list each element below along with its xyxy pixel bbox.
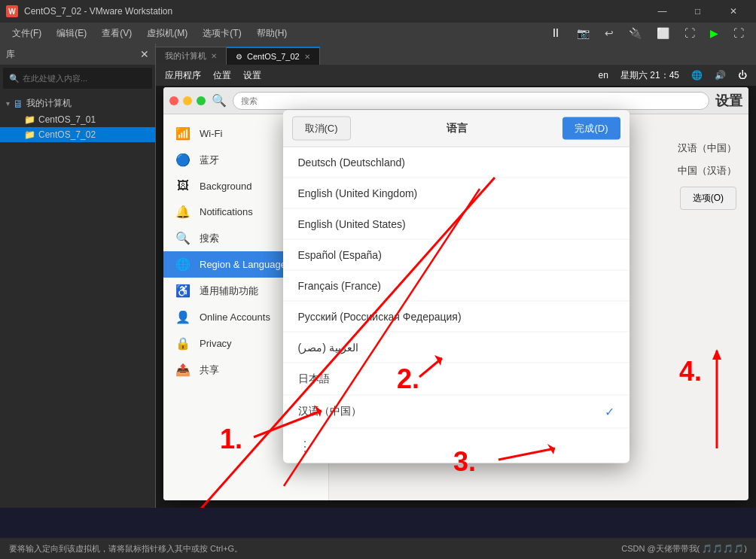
lang-option-en-uk[interactable]: English (United Kingdom) (283, 178, 629, 208)
vm2-icon: 📁 (24, 129, 35, 140)
vm-screen[interactable]: 应用程序 位置 设置 en 星期六 21：45 🌐 🔊 ⏻ (156, 65, 756, 508)
nav-bluetooth-label: 蓝牙 (200, 153, 219, 167)
library-header: 库 ✕ (0, 44, 155, 65)
app-icon: W (6, 5, 18, 17)
options-button[interactable]: 选项(O) (680, 187, 736, 210)
lang-option-japanese-label: 日本語 (298, 372, 330, 385)
gnome-settings-menu[interactable]: 设置 (243, 69, 261, 82)
settings-win-controls (169, 96, 206, 105)
gnome-places[interactable]: 位置 (213, 69, 231, 82)
settings-close-btn[interactable] (169, 96, 178, 105)
lang-selected-check: ✓ (605, 404, 614, 418)
sharing-icon: 📤 (175, 363, 191, 377)
notifications-icon: 🔔 (175, 205, 191, 219)
settings-min-btn[interactable] (183, 96, 192, 105)
tree-item-vm1-label: CentOS_7_01 (38, 114, 96, 125)
titlebar: W CentOS_7_02 - VMware Workstation — □ ✕ (0, 0, 756, 23)
accessibility-icon: ♿ (175, 284, 191, 298)
fullscreen-button[interactable]: ⛶ (727, 24, 750, 42)
statusbar-right: CSDN @天佬带带我( 🎵🎵🎵🎵) (621, 543, 747, 554)
lang-option-deutsch[interactable]: Deutsch (Deutschland) (283, 147, 629, 178)
tree-item-vm1[interactable]: 📁 CentOS_7_01 (0, 112, 155, 127)
background-icon: 🖼 (175, 179, 191, 193)
library-search-input[interactable] (23, 74, 146, 83)
pause-button[interactable]: ⏸ (544, 23, 568, 43)
terminal-button[interactable]: ▶ (704, 24, 724, 42)
statusbar: 要将输入定向到该虚拟机，请将鼠标指针移入其中或按 Ctrl+G。 CSDN @天… (0, 538, 756, 559)
search-icon: 🔍 (9, 74, 20, 84)
lang-more-indicator: ⋮ (283, 428, 629, 463)
tree-root-item[interactable]: ▾ 🖥 我的计算机 (0, 95, 155, 112)
close-button[interactable]: ✕ (716, 0, 750, 23)
lang-current-1: 汉语（中国） (678, 141, 736, 155)
menu-edit[interactable]: 编辑(E) (50, 26, 93, 41)
privacy-icon: 🔒 (175, 336, 191, 351)
language-dialog: 取消(C) 语言 完成(D) Deutsch (Deutschland) Eng… (283, 110, 629, 463)
fit-button[interactable]: ⛶ (678, 24, 701, 42)
snapshot-button[interactable]: 📷 (571, 24, 596, 42)
nav-wifi-label: Wi-Fi (200, 128, 222, 139)
lang-option-en-us-label: English (United States) (298, 217, 406, 229)
menu-help[interactable]: 帮助(H) (251, 26, 294, 41)
lang-option-espanol[interactable]: Español (España) (283, 239, 629, 270)
tab-centos-label: CentOS_7_02 (247, 52, 300, 61)
lang-option-arabic[interactable]: العربية (مصر) (283, 332, 629, 363)
vm-area: 我的计算机 ✕ ⚙ CentOS_7_02 ✕ 应用程序 位置 设置 en (156, 44, 756, 508)
settings-search-input[interactable] (233, 92, 709, 110)
computer-icon: 🖥 (13, 98, 23, 110)
tab-centos-close[interactable]: ✕ (304, 53, 310, 61)
menu-tabs[interactable]: 选项卡(T) (197, 26, 247, 41)
lang-option-chinese-label: 汉语（中国） (298, 405, 361, 418)
menu-file[interactable]: 文件(F) (6, 26, 47, 41)
vm1-icon: 📁 (24, 114, 35, 125)
lang-option-en-uk-label: English (United Kingdom) (298, 187, 418, 199)
usb-button[interactable]: 🔌 (623, 24, 648, 42)
library-search-box[interactable]: 🔍 (3, 68, 152, 89)
lang-option-russian-label: Русский (Российская Федерация) (298, 310, 462, 322)
nav-search-label: 搜索 (200, 232, 219, 245)
tab-my-computer[interactable]: 我的计算机 ✕ (156, 47, 227, 65)
minimize-button[interactable]: — (645, 0, 679, 23)
bluetooth-icon: 🔵 (175, 153, 191, 167)
settings-max-btn[interactable] (197, 96, 206, 105)
online-accounts-icon: 👤 (175, 310, 191, 324)
window-controls: — □ ✕ (645, 0, 750, 23)
nav-accessibility-label: 通用辅助功能 (200, 284, 258, 298)
tab-bar: 我的计算机 ✕ ⚙ CentOS_7_02 ✕ (156, 44, 756, 65)
menu-vm[interactable]: 虚拟机(M) (141, 26, 194, 41)
tab-my-computer-close[interactable]: ✕ (211, 52, 217, 60)
tab-centos[interactable]: ⚙ CentOS_7_02 ✕ (227, 47, 320, 65)
nav-notifications-label: Notifications (200, 206, 253, 217)
expand-icon: ▾ (6, 99, 10, 108)
nav-online-accounts-label: Online Accounts (200, 311, 270, 323)
settings-title-label: 设置 (715, 92, 742, 110)
gnome-app-menu: 应用程序 位置 设置 (165, 69, 261, 82)
lang-option-francais-label: Français (France) (298, 279, 381, 291)
power-icon: ⏻ (738, 70, 747, 81)
lang-cancel-button[interactable]: 取消(C) (292, 116, 351, 140)
revert-button[interactable]: ↩ (599, 24, 620, 42)
library-close-button[interactable]: ✕ (140, 48, 149, 60)
lang-option-russian[interactable]: Русский (Российская Федерация) (283, 301, 629, 332)
lang-option-japanese[interactable]: 日本語 (283, 363, 629, 395)
lang-option-chinese[interactable]: 汉语（中国） ✓ (283, 395, 629, 428)
nav-privacy-label: Privacy (200, 338, 232, 349)
library-panel: 库 ✕ 🔍 ▾ 🖥 我的计算机 📁 CentOS_7_01 📁 CentOS_7… (0, 44, 156, 508)
wifi-icon: 📶 (175, 126, 191, 141)
lang-dialog-list: Deutsch (Deutschland) English (United Ki… (283, 147, 629, 463)
lang-dialog-header: 取消(C) 语言 完成(D) (283, 110, 629, 147)
region-icon: 🌐 (175, 257, 191, 272)
menu-view[interactable]: 查看(V) (96, 26, 138, 41)
gnome-apps[interactable]: 应用程序 (165, 69, 201, 82)
view-button[interactable]: ⬜ (651, 24, 675, 42)
lang-current-2: 中国（汉语） (678, 164, 736, 178)
lang-dialog-title: 语言 (351, 121, 563, 135)
library-title: 库 (6, 48, 15, 61)
tab-centos-icon: ⚙ (236, 53, 242, 61)
lang-option-en-us[interactable]: English (United States) (283, 208, 629, 239)
lang-option-francais[interactable]: Français (France) (283, 270, 629, 301)
gnome-locale: en (599, 70, 608, 81)
maximize-button[interactable]: □ (681, 0, 715, 23)
tree-item-vm2[interactable]: 📁 CentOS_7_02 (0, 127, 155, 142)
lang-done-button[interactable]: 完成(D) (562, 117, 620, 139)
